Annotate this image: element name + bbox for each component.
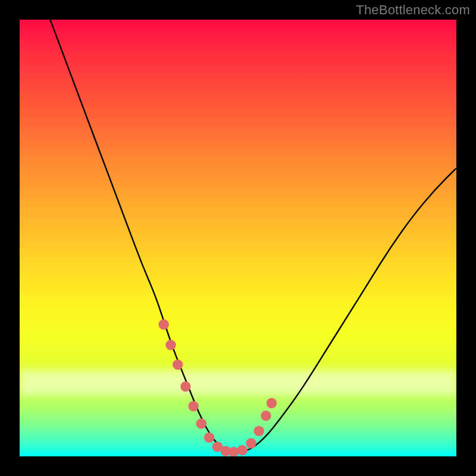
highlight-dot xyxy=(180,381,190,392)
plot-area xyxy=(20,20,456,456)
highlight-dot xyxy=(246,438,256,448)
watermark-text: TheBottleneck.com xyxy=(356,2,470,18)
highlight-dot xyxy=(261,411,271,421)
highlight-dot xyxy=(267,398,277,408)
highlight-dot xyxy=(159,320,169,330)
highlight-dot xyxy=(204,433,214,443)
curve-svg xyxy=(20,20,456,456)
chart-container: TheBottleneck.com xyxy=(0,0,476,476)
highlight-dot xyxy=(237,445,248,455)
highlight-dot xyxy=(254,426,264,436)
highlight-dot xyxy=(165,340,176,350)
highlight-dot xyxy=(188,401,198,411)
highlight-dot xyxy=(173,359,183,369)
highlight-dot xyxy=(196,418,206,428)
highlight-dots-group xyxy=(159,320,277,456)
bottleneck-curve xyxy=(50,20,456,452)
